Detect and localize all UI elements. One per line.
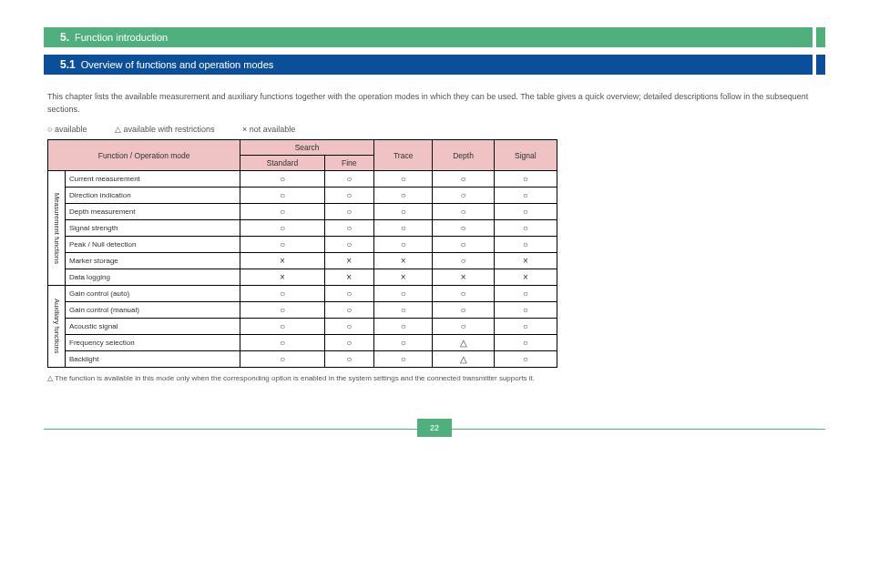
cell-symbol: × xyxy=(324,253,373,269)
function-mode-table: Function / Operation mode Search Trace D… xyxy=(47,139,557,368)
cell-symbol: ○ xyxy=(373,220,433,237)
cell-symbol: ○ xyxy=(433,204,494,220)
cell-symbol: ○ xyxy=(373,319,433,335)
row-label: Direction indication xyxy=(66,188,240,204)
cell-symbol: ○ xyxy=(373,171,433,188)
cell-symbol: ○ xyxy=(240,351,324,368)
row-label: Gain control (manual) xyxy=(66,302,240,319)
cell-symbol: ○ xyxy=(433,188,494,204)
th-search: Search xyxy=(240,140,374,156)
cell-symbol: ○ xyxy=(373,204,433,220)
cell-symbol: ○ xyxy=(373,237,433,253)
cell-symbol: ○ xyxy=(324,335,373,351)
table-row: Measurement functionsCurrent measurement… xyxy=(48,171,557,188)
row-label: Backlight xyxy=(66,351,240,368)
cell-symbol: ○ xyxy=(240,188,324,204)
th-search-standard: Standard xyxy=(240,156,324,171)
cell-symbol: × xyxy=(494,253,557,269)
cell-symbol: ○ xyxy=(324,351,373,368)
table-footnote: △ The function is available in this mode… xyxy=(47,373,822,383)
table-row: Signal strength○○○○○ xyxy=(48,220,557,237)
banner-accent-left xyxy=(44,27,53,47)
row-label: Signal strength xyxy=(66,220,240,237)
row-group-aux: Auxiliary functions xyxy=(48,286,66,368)
cell-symbol: ○ xyxy=(494,335,557,351)
cell-symbol: ○ xyxy=(324,171,373,188)
row-label: Current measurement xyxy=(66,171,240,188)
cell-symbol: ○ xyxy=(373,302,433,319)
banner-accent-left xyxy=(44,55,53,75)
th-signal: Signal xyxy=(494,140,557,171)
cell-symbol: ○ xyxy=(324,220,373,237)
th-search-fine: Fine xyxy=(324,156,373,171)
section-number: 5.1 xyxy=(60,58,76,71)
cell-symbol: ○ xyxy=(240,171,324,188)
cell-symbol: ○ xyxy=(240,237,324,253)
cell-symbol: ○ xyxy=(433,302,494,319)
cell-symbol: ○ xyxy=(324,286,373,302)
table-row: Direction indication○○○○○ xyxy=(48,188,557,204)
row-label: Data logging xyxy=(66,269,240,286)
table-row: Acoustic signal○○○○○ xyxy=(48,319,557,335)
banner-accent-right xyxy=(816,55,825,75)
cell-symbol: × xyxy=(240,253,324,269)
legend-available: ○ available xyxy=(47,125,87,134)
banner-accent-right xyxy=(816,27,825,47)
cell-symbol: ○ xyxy=(324,302,373,319)
cell-symbol: ○ xyxy=(324,204,373,220)
table-row: Peak / Null detection○○○○○ xyxy=(48,237,557,253)
chapter-title: Function introduction xyxy=(75,32,168,43)
cell-symbol: ○ xyxy=(373,351,433,368)
table-row: Depth measurement○○○○○ xyxy=(48,204,557,220)
banner-body: 5. Function introduction xyxy=(53,27,813,47)
cell-symbol: ○ xyxy=(240,204,324,220)
row-label: Frequency selection xyxy=(66,335,240,351)
cell-symbol: × xyxy=(494,269,557,286)
banner-body: 5.1 Overview of functions and operation … xyxy=(53,55,813,75)
table-row: Backlight○○○△○ xyxy=(48,351,557,368)
row-label: Marker storage xyxy=(66,253,240,269)
cell-symbol: ○ xyxy=(494,302,557,319)
cell-symbol: × xyxy=(433,269,494,286)
cell-symbol: ○ xyxy=(494,351,557,368)
section-banner: 5.1 Overview of functions and operation … xyxy=(44,55,825,75)
cell-symbol: ○ xyxy=(494,220,557,237)
cell-symbol: ○ xyxy=(240,319,324,335)
cell-symbol: ○ xyxy=(240,302,324,319)
cell-symbol: ○ xyxy=(324,319,373,335)
cell-symbol: ○ xyxy=(240,220,324,237)
legend-restricted: △ available with restrictions xyxy=(115,125,215,134)
table-row: Frequency selection○○○△○ xyxy=(48,335,557,351)
row-label: Acoustic signal xyxy=(66,319,240,335)
row-label: Peak / Null detection xyxy=(66,237,240,253)
cell-symbol: ○ xyxy=(494,188,557,204)
cell-symbol: ○ xyxy=(433,171,494,188)
cell-symbol: × xyxy=(240,269,324,286)
cell-symbol: ○ xyxy=(373,286,433,302)
cell-symbol: ○ xyxy=(494,204,557,220)
legend-unavailable: × not available xyxy=(242,125,295,134)
cell-symbol: ○ xyxy=(494,171,557,188)
cell-symbol: ○ xyxy=(324,237,373,253)
cell-symbol: ○ xyxy=(240,286,324,302)
page-footer: 22 xyxy=(44,429,825,430)
cell-symbol: ○ xyxy=(324,188,373,204)
row-label: Gain control (auto) xyxy=(66,286,240,302)
cell-symbol: × xyxy=(324,269,373,286)
cell-symbol: △ xyxy=(433,335,494,351)
chapter-banner: 5. Function introduction xyxy=(44,27,825,47)
cell-symbol: ○ xyxy=(240,335,324,351)
table-row: Gain control (manual)○○○○○ xyxy=(48,302,557,319)
legend: ○ available △ available with restriction… xyxy=(47,125,822,134)
cell-symbol: △ xyxy=(433,351,494,368)
chapter-number: 5. xyxy=(60,31,69,44)
cell-symbol: ○ xyxy=(373,188,433,204)
th-function: Function / Operation mode xyxy=(48,140,240,171)
cell-symbol: × xyxy=(373,269,433,286)
intro-paragraph: This chapter lists the available measure… xyxy=(47,91,822,116)
cell-symbol: ○ xyxy=(373,335,433,351)
cell-symbol: ○ xyxy=(433,253,494,269)
table-row: Auxiliary functionsGain control (auto)○○… xyxy=(48,286,557,302)
th-depth: Depth xyxy=(433,140,494,171)
th-trace: Trace xyxy=(373,140,433,171)
